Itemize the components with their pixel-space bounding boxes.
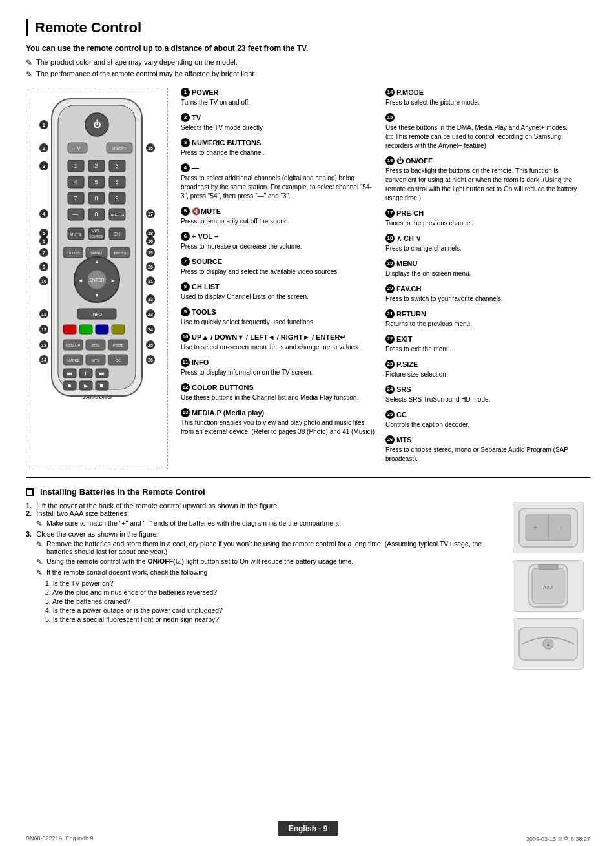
desc-item-power: 1 POWER Turns the TV on and off. bbox=[181, 88, 379, 107]
footer-bottom: BN68-02221A_Eng.indb 9 2009-03-13 오후 6:3… bbox=[26, 835, 590, 843]
battery-images: + - AAA bbox=[506, 502, 590, 670]
svg-text:►: ► bbox=[110, 278, 116, 284]
battery-steps: 1. Lift the cover at the back of the rem… bbox=[26, 502, 493, 670]
note-icon-1: ✎ bbox=[26, 58, 32, 67]
desc-item-dash: 4 — Press to select additional channels … bbox=[181, 163, 379, 201]
svg-text:2: 2 bbox=[43, 146, 45, 150]
footer-right: 2009-03-13 오후 6:38:27 bbox=[526, 835, 590, 843]
label-color: COLOR BUTTONS bbox=[192, 384, 254, 391]
text-srs: Selects SRS TruSurround HD mode. bbox=[385, 395, 584, 404]
svg-text:VOL: VOL bbox=[92, 229, 101, 233]
svg-text:22: 22 bbox=[148, 297, 153, 302]
svg-text:4: 4 bbox=[43, 212, 45, 216]
battery-title-text: Installing Batteries in the Remote Contr… bbox=[40, 487, 205, 497]
svg-text:+: + bbox=[533, 524, 537, 531]
svg-text:▼: ▼ bbox=[94, 293, 99, 298]
svg-text:1: 1 bbox=[43, 123, 45, 127]
step-3-note-text-3: If the remote control doesn't work, chec… bbox=[46, 568, 207, 576]
svg-text:⏮: ⏮ bbox=[67, 371, 72, 377]
text-tools: Use to quickly select frequently used fu… bbox=[181, 318, 379, 327]
note-icon-5: ✎ bbox=[36, 557, 43, 566]
num-7: 7 bbox=[181, 257, 190, 266]
desc-item-tools: 9 TOOLS Use to quickly select frequently… bbox=[181, 307, 379, 327]
text-numeric: Press to change the channel. bbox=[181, 149, 379, 158]
text-power: Turns the TV on and off. bbox=[181, 98, 379, 107]
step-num-2: 2. bbox=[26, 510, 32, 517]
svg-text:▲: ▲ bbox=[94, 259, 99, 265]
text-nav: Use to select on-screen menu items and c… bbox=[181, 343, 379, 352]
desc-item-source: 7 SOURCE Press to display and select the… bbox=[181, 257, 379, 276]
note-2: ✎ The performance of the remote control … bbox=[26, 70, 590, 79]
svg-text:◄: ◄ bbox=[78, 278, 83, 284]
label-prech: PRE-CH bbox=[396, 209, 424, 217]
svg-text:25: 25 bbox=[148, 343, 153, 347]
svg-text:—: — bbox=[73, 211, 79, 218]
text-prech: Tunes to the previous channel. bbox=[385, 219, 584, 228]
label-mute: 🔇MUTE bbox=[192, 207, 221, 216]
desc-col-2: 14 P.MODE Press to select the picture mo… bbox=[385, 88, 590, 469]
svg-text:7: 7 bbox=[43, 251, 45, 255]
num-26: 26 bbox=[385, 435, 395, 444]
num-8: 8 bbox=[181, 282, 190, 291]
check-item-2: Are the plus and minus ends of the batte… bbox=[45, 588, 493, 596]
step-text-2: Install two AAA size batteries. bbox=[36, 510, 129, 517]
svg-rect-92 bbox=[63, 325, 76, 334]
svg-text:ENTER: ENTER bbox=[89, 278, 105, 282]
text-onoff: Press to backlight the buttons on the re… bbox=[385, 167, 584, 203]
label-cc: CC bbox=[396, 411, 407, 418]
check-item-4: Is there a power outage or is the power … bbox=[45, 606, 493, 614]
svg-text:24: 24 bbox=[148, 327, 153, 332]
title-section: Remote Control bbox=[26, 19, 590, 36]
svg-text:SOURCE: SOURCE bbox=[89, 234, 103, 238]
svg-rect-142 bbox=[539, 564, 558, 570]
label-numeric: NUMERIC BUTTONS bbox=[192, 139, 261, 147]
note-text-2: The performance of the remote control ma… bbox=[36, 70, 256, 77]
descriptions: 1 POWER Turns the TV on and off. 2 TV Se… bbox=[181, 88, 590, 469]
num-20: 20 bbox=[385, 284, 395, 293]
step-3-note-3: ✎ If the remote control doesn't work, ch… bbox=[36, 568, 493, 577]
checkbox-icon bbox=[26, 488, 34, 496]
desc-item-info: 11 INFO Press to display information on … bbox=[181, 358, 379, 377]
step-num-1: 1. bbox=[26, 502, 32, 510]
num-12: 12 bbox=[181, 383, 190, 392]
step-text-1: Lift the cover at the back of the remote… bbox=[36, 502, 279, 510]
label-favch: FAV.CH bbox=[396, 285, 422, 293]
svg-text:2: 2 bbox=[94, 163, 98, 169]
step-3-note-1: ✎ Remove the batteries and store them in… bbox=[36, 540, 493, 555]
note-icon-2: ✎ bbox=[26, 70, 32, 79]
svg-text:-: - bbox=[560, 524, 562, 531]
svg-rect-94 bbox=[96, 325, 108, 334]
svg-text:FAV.CH: FAV.CH bbox=[114, 251, 127, 255]
label-mts: MTS bbox=[396, 436, 411, 444]
num-24: 24 bbox=[385, 385, 395, 394]
svg-text:23: 23 bbox=[148, 312, 153, 316]
divider bbox=[26, 477, 590, 478]
text-source: Press to display and select the availabl… bbox=[181, 267, 379, 276]
step-2-note: ✎ Make sure to match the "+" and "–" end… bbox=[36, 519, 493, 528]
desc-item-mts: 26 MTS Press to choose stereo, mono or S… bbox=[385, 435, 584, 464]
svg-text:20: 20 bbox=[148, 265, 153, 269]
num-2: 2 bbox=[181, 113, 190, 122]
svg-text:17: 17 bbox=[148, 212, 153, 216]
step-3-note-text-2: Using the remote control with the ON/OFF… bbox=[46, 557, 353, 565]
num-5: 5 bbox=[181, 207, 190, 216]
step-3-note-text-1: Remove the batteries and store them in a… bbox=[46, 540, 493, 555]
svg-text:0: 0 bbox=[94, 211, 98, 218]
footer-left: BN68-02221A_Eng.indb 9 bbox=[26, 835, 94, 843]
svg-text:6: 6 bbox=[43, 239, 45, 243]
desc-item-srs: 24 SRS Selects SRS TruSurround HD mode. bbox=[385, 385, 584, 404]
note-icon-6: ✎ bbox=[36, 568, 43, 577]
svg-text:P.SIZE: P.SIZE bbox=[113, 344, 124, 347]
svg-text:INFO: INFO bbox=[92, 312, 103, 316]
svg-text:⏻: ⏻ bbox=[93, 119, 101, 129]
desc-item-nav: 10 UP▲ / DOWN▼ / LEFT◄ / RIGHT► / ENTER↵… bbox=[181, 333, 379, 352]
footer-text: English - 9 bbox=[278, 821, 338, 836]
text-mediap: This function enables you to view and pl… bbox=[181, 418, 379, 437]
battery-image-2: AAA bbox=[513, 560, 584, 612]
text-tv: Selects the TV mode directly. bbox=[181, 123, 379, 132]
svg-text:26: 26 bbox=[148, 358, 153, 362]
label-chlist: CH LIST bbox=[192, 283, 220, 291]
svg-text:8: 8 bbox=[94, 195, 98, 201]
svg-text:15: 15 bbox=[148, 146, 153, 150]
num-18: 18 bbox=[385, 234, 395, 243]
